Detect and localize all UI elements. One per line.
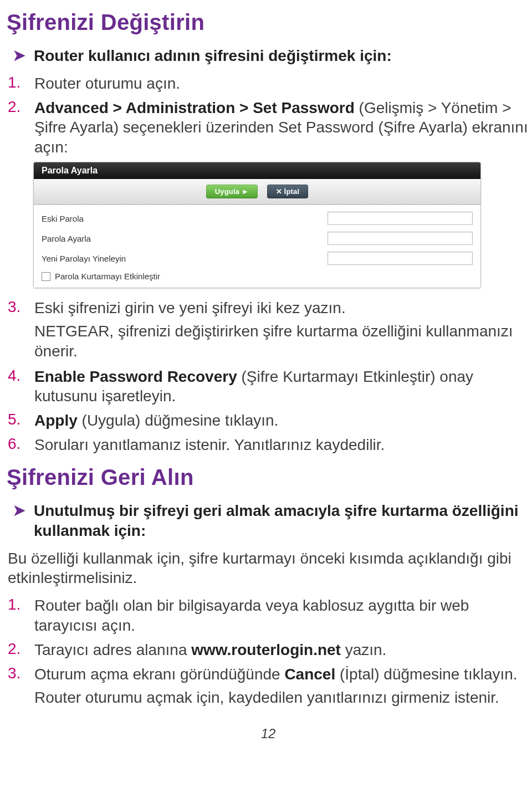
rec-step-2: 2. Tarayıcı adres alanına www.routerlogi…	[7, 640, 530, 660]
field-label: Yeni Parolayı Yineleyin	[42, 254, 126, 263]
step-text: Apply (Uygula) düğmesine tıklayın.	[34, 411, 278, 431]
router-button-row: Uygula ► ✕ İptal	[34, 179, 480, 204]
router-fields: Eski Parola Parola Ayarla Yeni Parolayı …	[34, 204, 480, 288]
lead-text: Unutulmuş bir şifreyi geri almak amacıyl…	[34, 501, 530, 541]
step-bold: www.routerlogin.net	[191, 641, 341, 658]
step-bold: Enable Password Recovery	[34, 368, 237, 385]
field-label: Parola Kurtarmayı Etkinleştir	[55, 272, 160, 281]
step-text: Router bağlı olan bir bilgisayarda veya …	[34, 596, 530, 636]
recover-intro: Bu özelliği kullanmak için, şifre kurtar…	[8, 549, 530, 589]
step-text: Tarayıcı adres alanına www.routerlogin.n…	[34, 640, 386, 660]
step-text: Oturum açma ekranı göründüğünde Cancel (…	[34, 664, 518, 684]
apply-button[interactable]: Uygula ►	[206, 185, 258, 198]
lead-change-password: ➤ Router kullanıcı adının şifresini deği…	[12, 46, 530, 66]
page-number: 12	[7, 726, 530, 741]
step-after: (İptal) düğmesine tıklayın.	[335, 666, 517, 683]
rec-step-1: 1. Router bağlı olan bir bilgisayarda ve…	[7, 596, 530, 636]
step-2: 2. Advanced > Administration > Set Passw…	[7, 98, 530, 157]
step-number: 1.	[8, 74, 25, 94]
rec-step-3: 3. Oturum açma ekranı göründüğünde Cance…	[7, 664, 530, 684]
step-number: 6.	[8, 435, 25, 455]
step-number: 3.	[8, 298, 25, 318]
old-password-input[interactable]	[328, 212, 473, 225]
step-number: 3.	[8, 664, 25, 684]
repeat-password-input[interactable]	[328, 252, 473, 265]
step-before: Oturum açma ekranı göründüğünde	[34, 666, 284, 683]
router-screenshot: Parola Ayarla Uygula ► ✕ İptal Eski Paro…	[33, 162, 481, 288]
heading-change-password: Şifrenizi Değiştirin	[7, 10, 530, 35]
step-number: 5.	[8, 411, 25, 431]
router-titlebar: Parola Ayarla	[34, 162, 480, 179]
field-old-password: Eski Parola	[40, 208, 474, 228]
step-bold: Advanced > Administration > Set Password	[34, 99, 355, 116]
recovery-checkbox[interactable]	[42, 272, 50, 281]
lead-recover-password: ➤ Unutulmuş bir şifreyi geri almak amacı…	[12, 501, 530, 541]
lead-text: Router kullanıcı adının şifresini değişt…	[34, 46, 392, 66]
step-1: 1. Router oturumu açın.	[7, 74, 530, 94]
field-new-password: Parola Ayarla	[40, 228, 474, 248]
step-number: 2.	[8, 98, 25, 157]
step-3-note: NETGEAR, şifrenizi değiştirirken şifre k…	[34, 321, 530, 361]
step-3: 3. Eski şifrenizi girin ve yeni şifreyi …	[7, 298, 530, 318]
step-number: 4.	[8, 367, 25, 407]
step-text: Soruları yanıtlamanız istenir. Yanıtları…	[34, 435, 385, 455]
field-repeat-password: Yeni Parolayı Yineleyin	[40, 248, 474, 268]
step-number: 1.	[8, 596, 25, 636]
step-text: Advanced > Administration > Set Password…	[34, 98, 530, 157]
field-recovery: Parola Kurtarmayı Etkinleştir	[40, 268, 474, 282]
step-text: Enable Password Recovery (Şifre Kurtarma…	[34, 367, 530, 407]
arrow-icon: ➤	[12, 47, 26, 64]
step-6: 6. Soruları yanıtlamanız istenir. Yanıtl…	[7, 435, 530, 455]
document-page: Şifrenizi Değiştirin ➤ Router kullanıcı …	[0, 0, 532, 758]
step-number: 2.	[8, 640, 25, 660]
step-text: Router oturumu açın.	[34, 74, 180, 94]
step-text: Eski şifrenizi girin ve yeni şifreyi iki…	[34, 298, 346, 318]
field-label: Parola Ayarla	[42, 234, 91, 243]
field-label: Eski Parola	[42, 214, 84, 223]
arrow-icon: ➤	[12, 502, 26, 519]
cancel-button[interactable]: ✕ İptal	[267, 185, 309, 198]
rec-step-3-note: Router oturumu açmak için, kaydedilen ya…	[34, 688, 530, 708]
heading-recover-password: Şifrenizi Geri Alın	[7, 465, 530, 490]
step-4: 4. Enable Password Recovery (Şifre Kurta…	[7, 367, 530, 407]
step-bold: Apply	[34, 412, 78, 429]
step-5: 5. Apply (Uygula) düğmesine tıklayın.	[7, 411, 530, 431]
step-before: Tarayıcı adres alanına	[34, 641, 191, 658]
step-bold: Cancel	[284, 666, 335, 683]
step-after: yazın.	[341, 641, 386, 658]
step-after: (Uygula) düğmesine tıklayın.	[78, 412, 279, 429]
new-password-input[interactable]	[328, 232, 473, 245]
